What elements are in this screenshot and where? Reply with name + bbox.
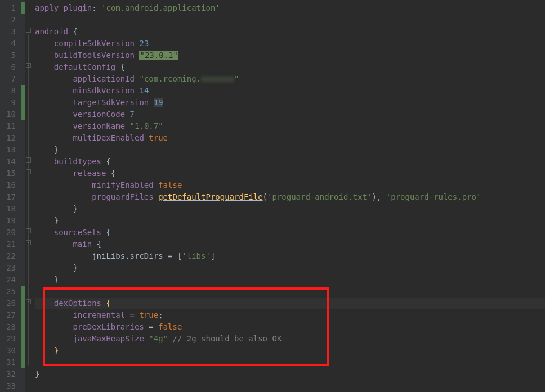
code-line[interactable]: buildToolsVersion "23.0.1" xyxy=(35,49,545,61)
code-line[interactable]: preDexLibraries = false xyxy=(35,321,545,333)
code-line[interactable]: sourceSets { xyxy=(35,227,545,238)
code-line[interactable]: } xyxy=(35,345,545,357)
code-line[interactable]: minSdkVersion 14 xyxy=(35,85,545,97)
code-line[interactable]: javaMaxHeapSize "4g" // 2g should be als… xyxy=(35,333,545,345)
code-line[interactable]: multiDexEnabled true xyxy=(35,132,545,144)
code-line[interactable] xyxy=(35,357,545,368)
code-line[interactable]: jniLibs.srcDirs = ['libs'] xyxy=(35,250,545,262)
code-line[interactable]: compileSdkVersion 23 xyxy=(35,38,545,49)
code-line[interactable]: proguardFiles getDefaultProguardFile('pr… xyxy=(35,191,545,203)
code-line[interactable]: } xyxy=(35,262,545,274)
code-line[interactable]: defaultConfig { xyxy=(35,61,545,73)
code-line[interactable]: android { xyxy=(35,26,545,38)
fold-toggle-icon[interactable]: - xyxy=(26,157,31,163)
fold-toggle-icon[interactable]: - xyxy=(26,240,31,245)
code-line[interactable]: } xyxy=(35,215,545,227)
line-number-gutter: 1234 5678 9101112 13141516 17181920 2122… xyxy=(0,0,21,392)
code-line[interactable]: buildTypes { xyxy=(35,156,545,168)
code-line[interactable]: versionCode 7 xyxy=(35,109,545,120)
code-line[interactable]: } xyxy=(35,368,545,380)
code-area[interactable]: apply plugin: 'com.android.application' … xyxy=(33,0,545,392)
code-line[interactable]: main { xyxy=(35,238,545,250)
code-line[interactable]: release { xyxy=(35,168,545,179)
fold-toggle-icon[interactable]: - xyxy=(26,28,31,33)
fold-toggle-icon[interactable]: - xyxy=(26,63,31,68)
fold-toggle-icon[interactable]: - xyxy=(26,299,31,304)
code-line[interactable]: minifyEnabled false xyxy=(35,179,545,191)
code-line[interactable]: applicationId "com.rcoming.xxxxxxx" xyxy=(35,73,545,85)
code-line[interactable]: } xyxy=(35,274,545,286)
fold-toggle-icon[interactable]: - xyxy=(26,228,31,233)
code-line[interactable]: versionName "1.0.7" xyxy=(35,120,545,132)
code-line[interactable]: targetSdkVersion 19 xyxy=(35,97,545,109)
code-line[interactable]: incremental = true; xyxy=(35,309,545,321)
code-line[interactable]: apply plugin: 'com.android.application' xyxy=(35,2,545,14)
code-line[interactable] xyxy=(35,14,545,26)
code-line[interactable] xyxy=(35,380,545,392)
fold-gutter[interactable]: - - - - - - - xyxy=(25,0,33,392)
code-editor[interactable]: 1234 5678 9101112 13141516 17181920 2122… xyxy=(0,0,545,392)
code-line[interactable] xyxy=(35,286,545,298)
fold-toggle-icon[interactable]: - xyxy=(26,169,31,174)
code-line[interactable]: } xyxy=(35,203,545,215)
code-line[interactable]: } xyxy=(35,144,545,156)
code-line-current[interactable]: dexOptions { xyxy=(35,298,545,309)
